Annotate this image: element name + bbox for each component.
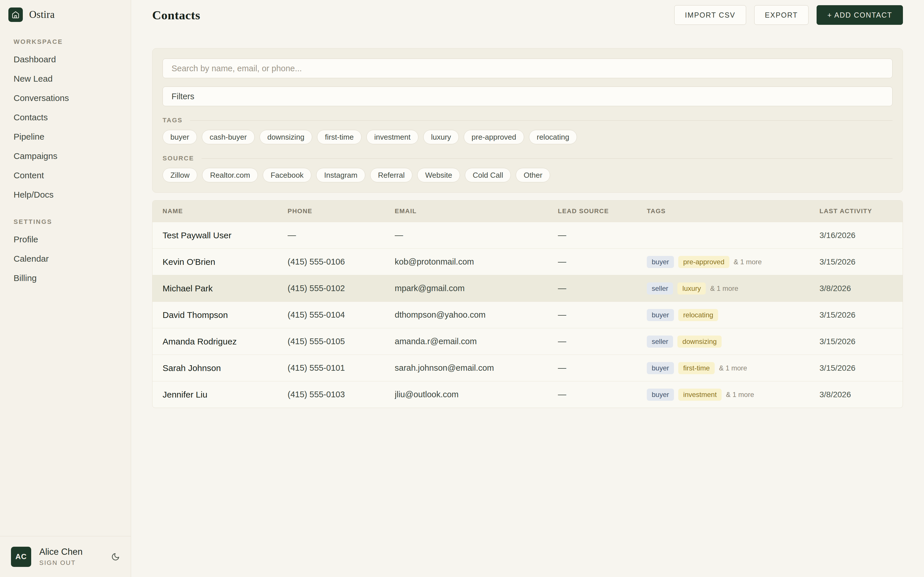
tag-filter-buyer[interactable]: buyer xyxy=(163,130,197,144)
source-group-label: SOURCE xyxy=(163,155,194,162)
tag-badge-buyer: buyer xyxy=(647,388,674,401)
contact-phone: (415) 555-0101 xyxy=(288,363,395,373)
tag-filter-first-time[interactable]: first-time xyxy=(317,130,362,144)
contact-email: sarah.johnson@email.com xyxy=(395,363,558,373)
source-filter-cold-call[interactable]: Cold Call xyxy=(465,168,511,182)
contact-phone: — xyxy=(288,230,395,240)
contact-lead-source: — xyxy=(558,284,647,293)
contact-lead-source: — xyxy=(558,337,647,346)
tag-filter-luxury[interactable]: luxury xyxy=(423,130,459,144)
contact-email: mpark@gmail.com xyxy=(395,284,558,293)
sidebar-item-dashboard[interactable]: Dashboard xyxy=(0,50,131,69)
tag-badge-seller: seller xyxy=(647,335,673,348)
source-filter-realtor-com[interactable]: Realtor.com xyxy=(202,168,258,182)
import-csv-button[interactable]: IMPORT CSV xyxy=(674,5,746,25)
sidebar-item-campaigns[interactable]: Campaigns xyxy=(0,146,131,166)
theme-toggle[interactable] xyxy=(111,553,120,561)
moon-icon xyxy=(111,553,120,561)
sidebar-item-calendar[interactable]: Calendar xyxy=(0,249,131,268)
sidebar-item-contacts[interactable]: Contacts xyxy=(0,108,131,127)
table-row[interactable]: Jennifer Liu(415) 555-0103jliu@outlook.c… xyxy=(152,381,903,408)
workspace-section-label: WORKSPACE xyxy=(14,38,131,45)
column-header-email: EMAIL xyxy=(395,208,558,215)
contact-name: David Thompson xyxy=(163,310,288,320)
sidebar-item-billing[interactable]: Billing xyxy=(0,268,131,288)
sidebar-item-conversations[interactable]: Conversations xyxy=(0,88,131,108)
source-filter-referral[interactable]: Referral xyxy=(370,168,412,182)
contact-lead-source: — xyxy=(558,310,647,320)
source-filter-website[interactable]: Website xyxy=(417,168,460,182)
export-button[interactable]: EXPORT xyxy=(754,5,809,25)
home-icon xyxy=(11,11,19,19)
sidebar-item-help-docs[interactable]: Help/Docs xyxy=(0,185,131,204)
sidebar-item-new-lead[interactable]: New Lead xyxy=(0,69,131,88)
tag-badge-seller: seller xyxy=(647,282,673,295)
settings-section-label: SETTINGS xyxy=(14,218,131,226)
user-name: Alice Chen xyxy=(39,547,82,557)
tag-badge-buyer: buyer xyxy=(647,362,674,374)
page-header: Contacts IMPORT CSV EXPORT + ADD CONTACT xyxy=(152,0,903,30)
tag-badge-investment: investment xyxy=(678,388,722,401)
table-row[interactable]: Amanda Rodriguez(415) 555-0105amanda.r@e… xyxy=(152,328,903,355)
more-tags-label: & 1 more xyxy=(710,284,738,293)
tag-badge-luxury: luxury xyxy=(677,282,706,295)
table-row[interactable]: Test Paywall User———3/16/2026 xyxy=(152,222,903,248)
column-header-name: NAME xyxy=(163,208,288,215)
contact-name: Test Paywall User xyxy=(163,230,288,240)
add-contact-button[interactable]: + ADD CONTACT xyxy=(817,5,903,25)
last-activity-date: 3/15/2026 xyxy=(819,310,903,320)
source-filter-row: ZillowRealtor.comFacebookInstagramReferr… xyxy=(163,168,893,182)
app-logo xyxy=(8,8,23,22)
more-tags-label: & 1 more xyxy=(719,364,747,372)
contact-tags: buyerpre-approved& 1 more xyxy=(647,256,819,268)
source-filter-zillow[interactable]: Zillow xyxy=(163,168,197,182)
sign-out-button[interactable]: SIGN OUT xyxy=(39,559,82,567)
table-row[interactable]: Michael Park(415) 555-0102mpark@gmail.co… xyxy=(152,275,903,301)
tag-filter-investment[interactable]: investment xyxy=(367,130,418,144)
sidebar-item-pipeline[interactable]: Pipeline xyxy=(0,127,131,146)
tag-filter-relocating[interactable]: relocating xyxy=(529,130,577,144)
table-row[interactable]: David Thompson(415) 555-0104dthompson@ya… xyxy=(152,301,903,328)
sidebar: Ostira WORKSPACE DashboardNew LeadConver… xyxy=(0,0,131,577)
last-activity-date: 3/15/2026 xyxy=(819,257,903,267)
last-activity-date: 3/15/2026 xyxy=(819,337,903,346)
user-footer: AC Alice Chen SIGN OUT xyxy=(0,536,131,577)
filters-toggle[interactable]: Filters xyxy=(163,87,893,106)
brand-header: Ostira xyxy=(0,0,131,28)
search-input[interactable] xyxy=(163,58,893,78)
tag-filter-cash-buyer[interactable]: cash-buyer xyxy=(202,130,255,144)
table-row[interactable]: Sarah Johnson(415) 555-0101sarah.johnson… xyxy=(152,355,903,381)
table-row[interactable]: Kevin O'Brien(415) 555-0106kob@protonmai… xyxy=(152,248,903,275)
contact-email: kob@protonmail.com xyxy=(395,257,558,267)
source-filter-other[interactable]: Other xyxy=(516,168,550,182)
tag-filter-downsizing[interactable]: downsizing xyxy=(260,130,312,144)
contact-email: amanda.r@email.com xyxy=(395,337,558,346)
tag-badge-relocating: relocating xyxy=(678,309,718,321)
source-filter-facebook[interactable]: Facebook xyxy=(263,168,311,182)
contact-phone: (415) 555-0103 xyxy=(288,390,395,399)
avatar: AC xyxy=(11,547,31,567)
divider-line xyxy=(202,158,893,159)
last-activity-date: 3/8/2026 xyxy=(819,390,903,399)
more-tags-label: & 1 more xyxy=(726,391,754,399)
main-content: Contacts IMPORT CSV EXPORT + ADD CONTACT… xyxy=(131,0,924,577)
contact-phone: (415) 555-0102 xyxy=(288,284,395,293)
table-header: NAMEPHONEEMAILLEAD SOURCETAGSLAST ACTIVI… xyxy=(152,200,903,222)
contacts-table: NAMEPHONEEMAILLEAD SOURCETAGSLAST ACTIVI… xyxy=(152,200,903,408)
source-filter-instagram[interactable]: Instagram xyxy=(316,168,365,182)
contact-name: Amanda Rodriguez xyxy=(163,337,288,347)
last-activity-date: 3/8/2026 xyxy=(819,284,903,293)
tag-filter-row: buyercash-buyerdownsizingfirst-timeinves… xyxy=(163,130,893,144)
tag-filter-pre-approved[interactable]: pre-approved xyxy=(464,130,524,144)
tags-group-label: TAGS xyxy=(163,116,183,124)
contact-phone: (415) 555-0106 xyxy=(288,257,395,267)
column-header-last-activity: LAST ACTIVITY xyxy=(819,208,903,215)
sidebar-item-profile[interactable]: Profile xyxy=(0,230,131,249)
more-tags-label: & 1 more xyxy=(734,258,762,266)
contact-name: Michael Park xyxy=(163,284,288,293)
sidebar-item-content[interactable]: Content xyxy=(0,166,131,185)
filter-panel: Filters TAGS buyercash-buyerdownsizingfi… xyxy=(152,48,903,193)
tag-badge-downsizing: downsizing xyxy=(677,335,722,348)
contact-lead-source: — xyxy=(558,390,647,399)
tag-badge-first-time: first-time xyxy=(678,362,715,374)
